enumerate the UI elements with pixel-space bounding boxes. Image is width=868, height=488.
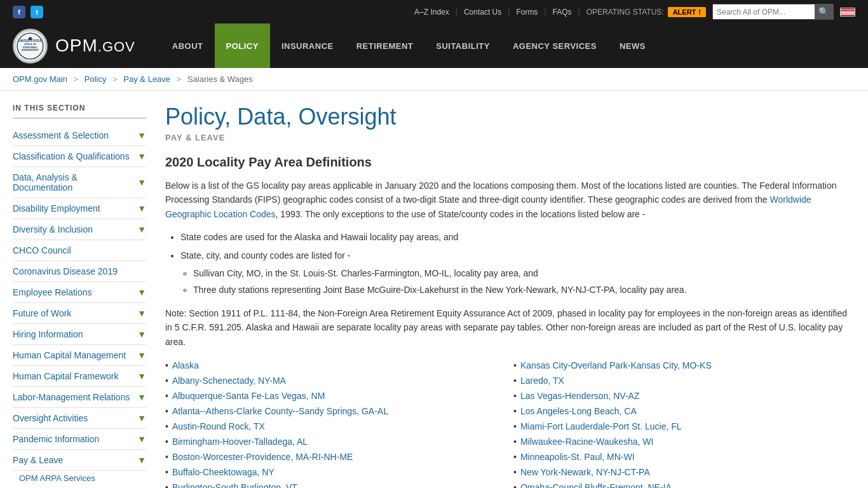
svg-text:OFFICE OF: OFFICE OF [24, 43, 37, 46]
page-subtitle: PAY & LEAVE [165, 133, 849, 142]
sidebar-item-pandemic[interactable]: Pandemic Information ▼ [13, 429, 146, 450]
search-box[interactable]: 🔍 [712, 4, 834, 20]
az-index-link[interactable]: A–Z Index [414, 8, 449, 17]
chevron-down-icon: ▼ [137, 434, 146, 444]
loc-birmingham: • Birmingham-Hoover-Talladega, AL [165, 435, 501, 448]
chevron-down-icon: ▼ [137, 350, 146, 360]
chevron-down-icon: ▼ [137, 392, 146, 402]
loc-laredo: • Laredo, TX [513, 374, 849, 387]
note-paragraph: Note: Section 1911 of P.L. 111-84, the N… [165, 306, 849, 349]
sidebar-item-assessment[interactable]: Assessment & Selection ▼ [13, 125, 146, 146]
loc-kansas-city: • Kansas City-Overland Park-Kansas City,… [513, 359, 849, 372]
sub-bullet-2: Three duty stations representing Joint B… [193, 283, 849, 297]
chevron-down-icon: ▼ [137, 177, 146, 187]
sidebar-item-coronavirus[interactable]: Coronavirus Disease 2019 [13, 261, 146, 282]
facebook-icon[interactable]: f [13, 6, 25, 18]
loc-new-york: • New York-Newark, NY-NJ-CT-PA [513, 466, 849, 478]
sidebar-item-labor[interactable]: Labor-Management Relations ▼ [13, 387, 146, 408]
flag-icon [840, 8, 855, 17]
sub-bullet-list: Sullivan City, MO, in the St. Louis-St. … [193, 266, 849, 297]
sidebar-item-disability[interactable]: Disability Employment ▼ [13, 198, 146, 219]
loc-omaha: • Omaha-Council Bluffs-Fremont, NE-IA [513, 481, 849, 488]
operating-status-label: OPERATING STATUS: [587, 8, 664, 17]
forms-link[interactable]: Forms [516, 8, 538, 17]
loc-alaska: • Alaska [165, 359, 501, 372]
alert-badge: ALERT ! [668, 7, 706, 17]
location-link-grid: • Alaska • Albany-Schenectady, NY-MA • A… [165, 359, 849, 488]
loc-austin: • Austin-Round Rock, TX [165, 420, 501, 433]
search-input[interactable] [713, 6, 815, 18]
nav-suitability[interactable]: SUITABILITY [424, 24, 501, 68]
breadcrumb: OPM.gov Main > Policy > Pay & Leave > Sa… [0, 68, 868, 91]
loc-minneapolis: • Minneapolis-St. Paul, MN-WI [513, 451, 849, 463]
sidebar-item-hcm[interactable]: Human Capital Management ▼ [13, 345, 146, 366]
sub-bullet-1: Sullivan City, MO, in the St. Louis-St. … [193, 266, 849, 280]
chevron-down-icon: ▼ [137, 151, 146, 161]
chevron-down-icon: ▼ [137, 130, 146, 140]
utility-bar: f t A–Z Index | Contact Us | Forms | FAQ… [0, 0, 868, 24]
sidebar-item-classification[interactable]: Classification & Qualifications ▼ [13, 146, 146, 167]
nav-about[interactable]: ABOUT [161, 24, 215, 68]
sidebar-item-chco[interactable]: CHCO Council [13, 240, 146, 261]
sidebar-item-pay-leave[interactable]: Pay & Leave ▼ [13, 450, 146, 471]
nav-links: ABOUT POLICY INSURANCE RETIREMENT SUITAB… [161, 24, 657, 68]
loc-las-vegas: • Las Vegas-Henderson, NV-AZ [513, 390, 849, 402]
faqs-link[interactable]: FAQs [553, 8, 572, 17]
sidebar-item-oversight[interactable]: Oversight Activities ▼ [13, 408, 146, 429]
breadcrumb-home[interactable]: OPM.gov Main [13, 74, 67, 84]
nav-retirement[interactable]: RETIREMENT [345, 24, 425, 68]
loc-albany: • Albany-Schenectady, NY-MA [165, 374, 501, 387]
location-col-left: • Alaska • Albany-Schenectady, NY-MA • A… [165, 359, 501, 488]
chevron-down-icon: ▼ [137, 413, 146, 423]
social-icons: f t [13, 6, 43, 18]
loc-milwaukee: • Milwaukee-Racine-Waukesha, WI [513, 435, 849, 448]
sidebar-item-diversity[interactable]: Diversity & Inclusion ▼ [13, 219, 146, 240]
chevron-down-icon: ▼ [137, 455, 146, 465]
nav-news[interactable]: NEWS [608, 24, 657, 68]
breadcrumb-pay-leave[interactable]: Pay & Leave [123, 74, 170, 84]
nav-insurance[interactable]: INSURANCE [270, 24, 345, 68]
sidebar-sub-arpa[interactable]: OPM ARPA Services [19, 471, 146, 485]
chevron-down-icon: ▼ [137, 203, 146, 214]
loc-los-angeles: • Los Angeles-Long Beach, CA [513, 405, 849, 417]
chevron-down-icon: ▼ [137, 371, 146, 381]
logo-text[interactable]: OPM.GOV [55, 36, 135, 56]
loc-miami: • Miami-Fort Lauderdale-Port St. Lucie, … [513, 420, 849, 433]
sidebar-item-hcf[interactable]: Human Capital Framework ▼ [13, 366, 146, 387]
breadcrumb-current: Salaries & Wages [187, 74, 253, 84]
search-button[interactable]: 🔍 [815, 4, 833, 19]
svg-point-6 [29, 37, 32, 41]
loc-boston: • Boston-Worcester-Providence, MA-RI-NH-… [165, 451, 501, 463]
nav-policy[interactable]: POLICY [215, 24, 270, 68]
sidebar-item-future-work[interactable]: Future of Work ▼ [13, 303, 146, 324]
sidebar-item-data-analysis[interactable]: Data, Analysis & Documentation ▼ [13, 167, 146, 198]
breadcrumb-policy[interactable]: Policy [85, 74, 107, 84]
chevron-down-icon: ▼ [137, 329, 146, 339]
intro-paragraph: Below is a list of the GS locality pay a… [165, 179, 849, 221]
sidebar-item-employee-relations[interactable]: Employee Relations ▼ [13, 282, 146, 303]
nav-agency-services[interactable]: AGENCY SERVICES [501, 24, 608, 68]
bullet-item-2: State, city, and county codes are listed… [180, 248, 849, 297]
chevron-down-icon: ▼ [137, 287, 146, 297]
chevron-down-icon: ▼ [137, 224, 146, 234]
sidebar-sub-pay-systems[interactable]: Pay Systems [19, 485, 67, 488]
twitter-icon[interactable]: t [31, 6, 43, 18]
loc-atlanta: • Atlanta--Athens-Clarke County--Sandy S… [165, 405, 501, 417]
main-content: Policy, Data, Oversight PAY & LEAVE 2020… [159, 104, 855, 488]
page-title: Policy, Data, Oversight [165, 104, 849, 130]
svg-text:PERSONNEL: PERSONNEL [23, 46, 38, 48]
chevron-down-icon: ▼ [137, 308, 146, 318]
page-content: IN THIS SECTION Assessment & Selection ▼… [0, 91, 868, 488]
logo-area: UNITED STATES OFFICE OF PERSONNEL MANAGE… [13, 29, 135, 64]
sidebar-section-title: IN THIS SECTION [13, 104, 146, 119]
bullet-item-1: State codes are used for the Alaska and … [180, 230, 849, 244]
loc-buffalo: • Buffalo-Cheektowaga, NY [165, 466, 501, 478]
exclamation-icon: ! [698, 8, 701, 16]
section-heading: 2020 Locality Pay Area Definitions [165, 155, 849, 170]
sidebar-sub-pay-leave: OPM ARPA Services Pay Systems ▼ Salaries… [13, 471, 146, 488]
loc-burlington: • Burlington-South Burlington, VT [165, 481, 501, 488]
sidebar-item-hiring[interactable]: Hiring Information ▼ [13, 324, 146, 345]
svg-text:MANAGEMENT: MANAGEMENT [22, 49, 39, 51]
operating-status: OPERATING STATUS: ALERT ! [587, 7, 706, 17]
contact-us-link[interactable]: Contact Us [464, 8, 501, 17]
